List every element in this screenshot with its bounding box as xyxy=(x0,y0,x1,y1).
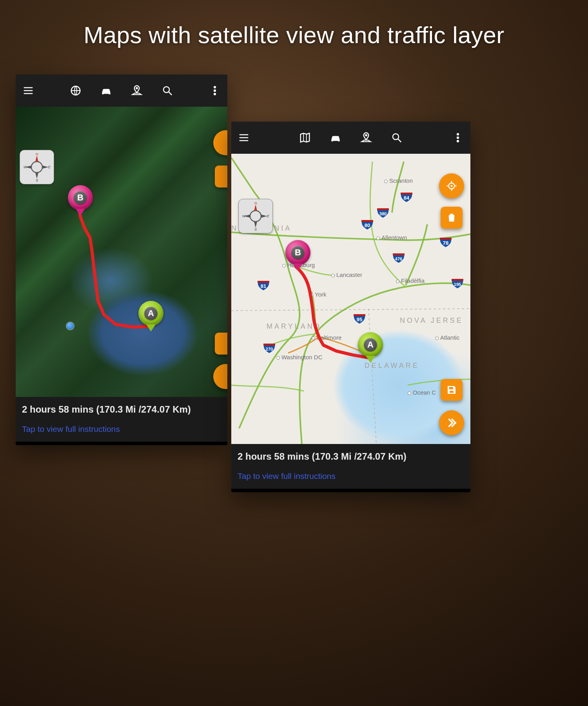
route-summary-text: 2 hours 58 mins (170.3 Mi /274.07 Km) xyxy=(238,451,464,462)
current-location-dot xyxy=(67,322,74,329)
fab-save[interactable] xyxy=(441,379,463,401)
marker-b[interactable]: B xyxy=(68,185,93,217)
map-icon[interactable] xyxy=(298,131,312,145)
globe-icon[interactable] xyxy=(69,84,83,98)
svg-point-43 xyxy=(451,185,453,187)
route-summary-bar: 2 hours 58 mins (170.3 Mi /274.07 Km) Ta… xyxy=(16,397,227,442)
route-summary-bar: 2 hours 58 mins (170.3 Mi /274.07 Km) Ta… xyxy=(231,444,470,489)
search-icon[interactable] xyxy=(390,131,404,145)
phone-satellite: N S W E A B 2 hours 58 mins (1 xyxy=(16,75,227,445)
route-line xyxy=(16,107,227,397)
fab-next[interactable] xyxy=(439,410,464,435)
svg-point-22 xyxy=(457,137,459,139)
car-icon[interactable] xyxy=(328,131,343,145)
app-bar xyxy=(16,75,227,107)
svg-point-19 xyxy=(365,135,367,136)
overflow-icon[interactable] xyxy=(208,84,222,98)
svg-point-2 xyxy=(108,93,109,94)
map-view-road[interactable]: 84 380 80 78 476 195 81 95 270 NNSILVANI… xyxy=(231,154,470,444)
pin-area-icon[interactable] xyxy=(359,131,373,145)
svg-point-21 xyxy=(457,133,459,135)
overflow-icon[interactable] xyxy=(451,131,465,145)
view-instructions-link[interactable]: Tap to view full instructions xyxy=(238,471,464,481)
map-view-satellite[interactable]: N S W E A B xyxy=(16,107,227,397)
fab-locate[interactable] xyxy=(439,173,464,198)
view-instructions-link[interactable]: Tap to view full instructions xyxy=(22,424,221,434)
menu-icon[interactable] xyxy=(21,84,35,98)
menu-icon[interactable] xyxy=(237,131,251,145)
route-line xyxy=(231,154,470,444)
phone-roadmap: 84 380 80 78 476 195 81 95 270 NNSILVANI… xyxy=(231,122,470,492)
marker-b[interactable]: B xyxy=(285,240,310,271)
svg-point-7 xyxy=(214,93,216,95)
promo-banner: Maps with satellite view and traffic lay… xyxy=(0,0,588,64)
app-bar xyxy=(231,122,470,154)
fab-trash[interactable] xyxy=(441,207,463,229)
svg-point-23 xyxy=(457,140,459,142)
car-icon[interactable] xyxy=(99,84,113,98)
svg-point-20 xyxy=(393,134,399,140)
svg-point-17 xyxy=(332,140,334,141)
search-icon[interactable] xyxy=(160,84,174,98)
marker-a[interactable]: A xyxy=(138,301,163,332)
pin-area-icon[interactable] xyxy=(130,84,144,98)
marker-a[interactable]: A xyxy=(358,332,383,364)
svg-point-18 xyxy=(338,140,339,141)
svg-point-1 xyxy=(103,93,104,94)
svg-point-5 xyxy=(214,86,216,88)
svg-point-3 xyxy=(136,87,138,89)
route-summary-text: 2 hours 58 mins (170.3 Mi /274.07 Km) xyxy=(22,404,221,415)
svg-point-6 xyxy=(214,90,216,92)
svg-point-4 xyxy=(163,87,169,93)
